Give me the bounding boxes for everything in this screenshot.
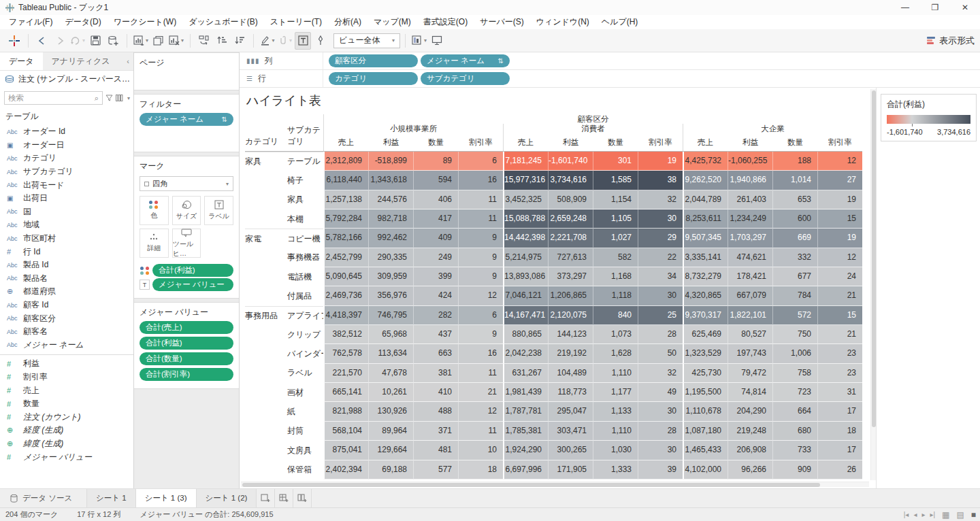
show-mark-labels-button[interactable] (295, 32, 311, 50)
table-cell[interactable]: 1,234,249 (728, 209, 772, 229)
highlight-button[interactable]: ▾ (259, 32, 276, 50)
table-cell[interactable]: 371 (413, 422, 458, 441)
menu-help[interactable]: ヘルプ(H) (595, 15, 644, 29)
table-cell[interactable]: 38 (638, 171, 683, 190)
row-header-subcategory[interactable]: アプライア.. (287, 306, 323, 325)
table-cell[interactable]: 18 (817, 422, 862, 441)
rows-shelf-pill[interactable]: サブカテゴリ (421, 72, 510, 85)
table-cell[interactable]: 1,133 (593, 402, 638, 421)
table-cell[interactable]: 982,718 (368, 209, 413, 229)
row-header-subcategory[interactable]: 事務機器 (287, 248, 323, 267)
table-cell[interactable]: 821,988 (323, 402, 368, 421)
menu-window[interactable]: ウィンドウ(N) (530, 15, 595, 29)
last-page-icon[interactable]: ▸| (930, 511, 935, 518)
table-cell[interactable]: 382,512 (323, 325, 368, 344)
table-cell[interactable]: 9 (458, 267, 503, 286)
row-header-subcategory[interactable]: 本棚 (287, 209, 323, 229)
row-header-category[interactable] (245, 364, 287, 383)
table-cell[interactable]: 784 (772, 286, 817, 305)
table-cell[interactable]: 3,734,616 (548, 171, 593, 190)
new-dashboard-tab-button[interactable] (275, 489, 293, 507)
presentation-mode-button[interactable] (429, 32, 445, 50)
save-button[interactable] (87, 32, 103, 50)
field-item[interactable]: #売上 (0, 384, 133, 397)
table-cell[interactable]: 1,168 (593, 267, 638, 286)
table-cell[interactable]: 631,267 (503, 364, 548, 383)
format-link-button[interactable]: ▾ (277, 32, 293, 50)
row-header-subcategory[interactable]: 家具 (287, 190, 323, 209)
row-header-subcategory[interactable]: 文房具 (287, 441, 323, 460)
redo-button[interactable]: ▾ (69, 32, 86, 50)
menu-dashboard[interactable]: ダッシュボード(B) (182, 15, 264, 29)
table-cell[interactable]: 18 (458, 460, 503, 480)
table-cell[interactable]: 2,221,708 (548, 229, 593, 248)
detail-button[interactable]: 詳細 (140, 229, 169, 258)
color-legend[interactable]: 合計(利益) -1,601,740 3,734,616 (881, 94, 977, 141)
table-cell[interactable]: 727,613 (548, 248, 593, 267)
table-cell[interactable]: 6,697,996 (503, 460, 548, 480)
sheet-tab[interactable]: シート 1 (87, 489, 136, 507)
table-cell[interactable]: 282 (413, 306, 458, 325)
table-cell[interactable]: 28 (638, 422, 683, 441)
table-cell[interactable]: 261,403 (728, 190, 772, 209)
table-cell[interactable]: 19 (817, 190, 862, 209)
table-cell[interactable]: 29 (638, 229, 683, 248)
table-cell[interactable]: 23 (817, 344, 862, 363)
table-cell[interactable]: 9 (458, 325, 503, 344)
swap-rows-columns-button[interactable] (196, 32, 212, 50)
table-cell[interactable]: 9 (458, 229, 503, 248)
color-button[interactable]: 色 (140, 196, 169, 225)
table-cell[interactable]: 594 (413, 171, 458, 190)
table-cell[interactable]: 474,621 (728, 248, 772, 267)
table-cell[interactable]: 15,977,316 (503, 171, 548, 190)
field-item[interactable]: ▣出荷日 (0, 192, 133, 205)
table-cell[interactable]: 5,214,975 (503, 248, 548, 267)
new-story-tab-button[interactable] (293, 489, 312, 507)
table-cell[interactable]: 30 (638, 286, 683, 305)
field-item[interactable]: Abcメジャー ネーム (0, 339, 133, 352)
columns-shelf-pill[interactable]: メジャー ネーム⇅ (421, 54, 510, 67)
table-cell[interactable]: 6 (458, 306, 503, 325)
vertical-scrollbar[interactable] (870, 89, 876, 480)
fullscreen-view-icon[interactable]: ■ (971, 510, 976, 520)
row-header-category[interactable] (245, 383, 287, 402)
table-cell[interactable]: 332 (772, 248, 817, 267)
field-item[interactable]: #注文 (カウント) (0, 410, 133, 424)
table-cell[interactable]: 582 (593, 248, 638, 267)
table-cell[interactable]: 74,814 (728, 383, 772, 402)
table-cell[interactable]: 47,678 (368, 364, 413, 383)
row-header-subcategory[interactable]: 付属品 (287, 286, 323, 305)
menu-format[interactable]: 書式設定(O) (417, 15, 474, 29)
table-cell[interactable]: 4,102,000 (683, 460, 728, 480)
table-cell[interactable]: 8,732,279 (683, 267, 728, 286)
clear-sheet-button[interactable]: ▾ (168, 32, 184, 50)
table-cell[interactable]: 409 (413, 229, 458, 248)
table-cell[interactable]: 13,893,086 (503, 267, 548, 286)
table-cell[interactable]: 295,047 (548, 402, 593, 421)
table-cell[interactable]: 1,585 (593, 171, 638, 190)
table-cell[interactable]: 4,425,732 (683, 152, 728, 171)
mark-pill[interactable]: 合計(利益) (152, 264, 233, 277)
table-cell[interactable]: 129,664 (368, 441, 413, 460)
table-cell[interactable]: 219,248 (728, 422, 772, 441)
close-button[interactable]: ✕ (950, 0, 980, 15)
row-header-category[interactable] (245, 286, 287, 305)
table-cell[interactable]: -1,060,255 (728, 152, 772, 171)
back-button[interactable] (34, 32, 50, 50)
table-cell[interactable]: 104,489 (548, 364, 593, 383)
table-cell[interactable]: 14,442,398 (503, 229, 548, 248)
table-cell[interactable]: 1,195,500 (683, 383, 728, 402)
row-header-category[interactable] (245, 344, 287, 363)
table-cell[interactable]: 221,570 (323, 364, 368, 383)
filter-fields-icon[interactable] (105, 95, 113, 101)
field-item[interactable]: Abcサブカテゴリ (0, 165, 133, 179)
table-cell[interactable]: 3,452,325 (503, 190, 548, 209)
row-header-category[interactable] (245, 267, 287, 286)
table-cell[interactable]: 130,926 (368, 402, 413, 421)
table-cell[interactable]: 1,014 (772, 171, 817, 190)
menu-worksheet[interactable]: ワークシート(W) (108, 15, 182, 29)
table-cell[interactable]: 21 (458, 383, 503, 402)
fit-dropdown[interactable]: ビュー全体 ▾ (333, 33, 400, 48)
table-cell[interactable]: 381 (413, 364, 458, 383)
tooltip-button[interactable]: ツールヒ… (172, 229, 201, 258)
